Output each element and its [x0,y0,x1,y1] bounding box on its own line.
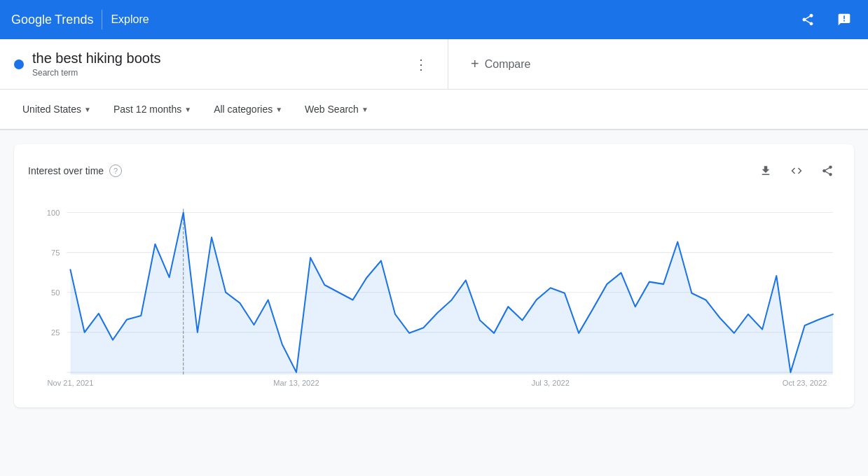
search-term-box: the best hiking boots Search term ⋮ [0,39,448,89]
categories-chevron-icon: ▼ [275,106,282,113]
compare-button[interactable]: + Compare [448,39,868,89]
share-icon[interactable] [795,7,820,32]
search-term-indicator [14,59,24,69]
location-filter[interactable]: United States ▼ [14,98,99,120]
location-chevron-icon: ▼ [84,106,91,113]
trend-chart: 100 75 50 25 Nov Nov 21, 2021 Mar 13, 20… [28,197,840,393]
share-chart-button[interactable] [815,158,840,183]
more-options-button[interactable]: ⋮ [408,52,434,77]
embed-button[interactable] [784,158,809,183]
app-header: Google Trends Explore [0,0,868,39]
chart-header: Interest over time ? [28,158,840,183]
logo-trends-text: Trends [55,13,93,27]
chart-actions [753,158,840,183]
search-type-filter[interactable]: Web Search ▼ [296,98,377,120]
svg-text:Mar 13, 2022: Mar 13, 2022 [273,379,319,387]
time-range-filter[interactable]: Past 12 months ▼ [105,98,200,120]
feedback-icon[interactable] [832,7,857,32]
interest-over-time-card: Interest over time ? [14,144,854,407]
search-type-filter-label: Web Search [305,104,359,115]
svg-text:Nov 21, 2021: Nov 21, 2021 [48,379,94,387]
search-term-info: the best hiking boots Search term [32,50,400,78]
categories-filter-label: All categories [214,104,273,115]
svg-text:50: 50 [51,288,60,297]
compare-label: Compare [485,58,531,71]
filters-bar: United States ▼ Past 12 months ▼ All cat… [0,90,868,130]
header-left: Google Trends Explore [11,10,149,29]
main-content: Interest over time ? [0,130,868,421]
svg-text:75: 75 [51,248,60,257]
search-term-text: the best hiking boots [32,50,400,66]
help-icon[interactable]: ? [109,164,122,177]
search-type-chevron-icon: ▼ [361,106,368,113]
logo-google-text: Google [11,13,52,27]
svg-text:25: 25 [51,328,60,337]
header-divider [102,10,102,29]
header-explore-label: Explore [111,13,149,26]
svg-text:Oct 23, 2022: Oct 23, 2022 [783,379,827,387]
chart-title-area: Interest over time ? [28,164,122,177]
compare-plus-icon: + [471,56,479,72]
header-right [795,7,857,32]
location-filter-label: United States [22,104,81,115]
categories-filter[interactable]: All categories ▼ [205,98,291,120]
download-button[interactable] [753,158,778,183]
google-trends-logo: Google Trends [11,13,93,27]
time-range-chevron-icon: ▼ [184,106,191,113]
chart-title: Interest over time [28,165,104,176]
svg-text:100: 100 [47,209,60,217]
search-term-label: Search term [32,68,400,78]
search-area: the best hiking boots Search term ⋮ + Co… [0,39,868,90]
time-range-filter-label: Past 12 months [113,104,181,115]
svg-text:Jul 3, 2022: Jul 3, 2022 [532,379,570,387]
chart-container: 100 75 50 25 Nov Nov 21, 2021 Mar 13, 20… [28,197,840,393]
